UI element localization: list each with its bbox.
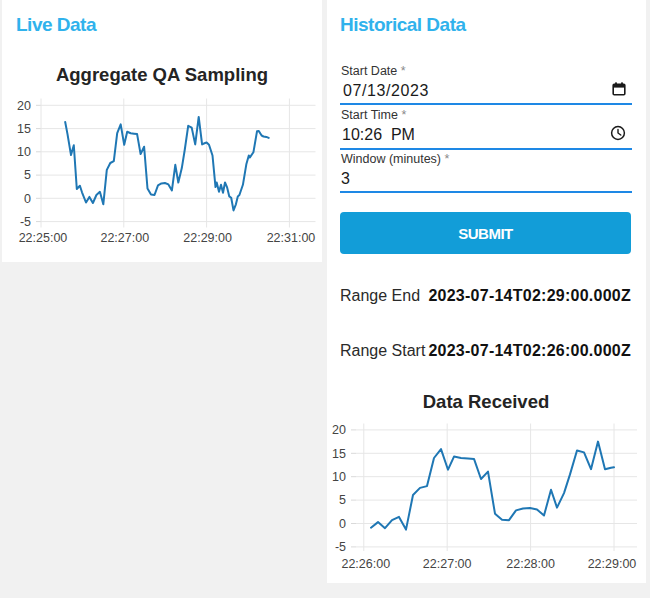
svg-text:Data Received: Data Received (423, 391, 549, 412)
svg-text:22:27:00: 22:27:00 (100, 231, 149, 245)
svg-text:20: 20 (332, 423, 346, 437)
svg-text:5: 5 (24, 168, 31, 182)
svg-text:-5: -5 (20, 215, 31, 229)
svg-text:22:31:00: 22:31:00 (267, 231, 316, 245)
svg-text:22:29:00: 22:29:00 (588, 557, 637, 571)
svg-text:0: 0 (339, 517, 346, 531)
svg-text:22:26:00: 22:26:00 (341, 557, 390, 571)
svg-text:20: 20 (17, 99, 31, 113)
svg-text:10: 10 (332, 470, 346, 484)
svg-text:22:28:00: 22:28:00 (506, 557, 555, 571)
svg-text:10: 10 (17, 145, 31, 159)
svg-text:22:27:00: 22:27:00 (423, 557, 472, 571)
svg-text:22:29:00: 22:29:00 (183, 231, 232, 245)
svg-text:Aggregate QA Sampling: Aggregate QA Sampling (56, 64, 268, 85)
svg-text:0: 0 (24, 192, 31, 206)
svg-text:22:25:00: 22:25:00 (19, 231, 68, 245)
svg-text:-5: -5 (335, 540, 346, 554)
svg-text:15: 15 (17, 122, 31, 136)
svg-text:15: 15 (332, 447, 346, 461)
svg-text:5: 5 (339, 493, 346, 507)
